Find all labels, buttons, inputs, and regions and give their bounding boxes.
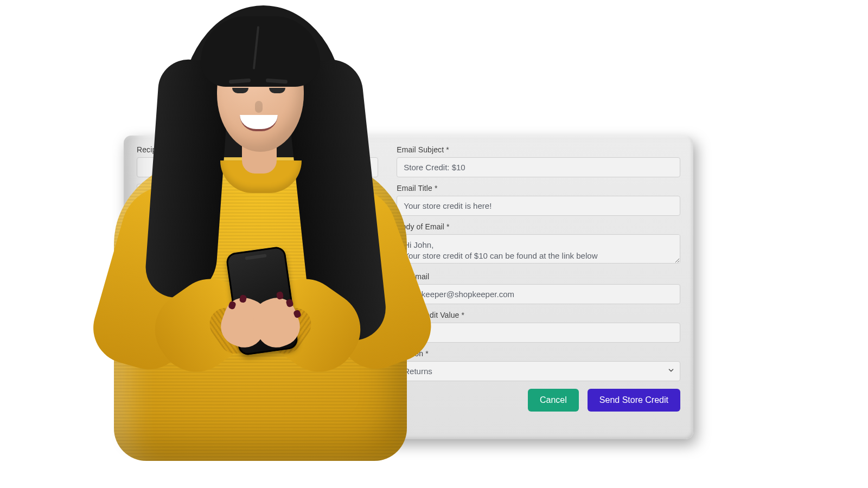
form-actions: Cancel Send Store Credit <box>397 389 680 412</box>
cancel-button[interactable]: Cancel <box>528 389 579 412</box>
store-credit-form-panel: Recipient Name * Email Subject * Email T… <box>124 136 693 439</box>
email-title-field: Email Title * <box>397 184 680 216</box>
form-left-column: Recipient Name * <box>137 145 378 427</box>
store-credit-value-label: Store Credit Value * <box>397 311 680 319</box>
recipient-name-label: Recipient Name * <box>137 145 378 154</box>
obscured-input-1[interactable] <box>137 184 378 204</box>
recipient-name-input[interactable] <box>137 157 378 177</box>
email-body-field: Body of Email * <box>397 222 680 266</box>
email-body-label: Body of Email * <box>397 222 680 231</box>
email-subject-input[interactable] <box>397 157 680 177</box>
store-credit-value-field: Store Credit Value * <box>397 311 680 343</box>
email-title-label: Email Title * <box>397 184 680 192</box>
reason-field: Reason * Returns <box>397 349 680 381</box>
reason-select[interactable]: Returns <box>397 361 680 381</box>
obscured-field-2 <box>137 211 378 232</box>
email-subject-label: Email Subject * <box>397 145 680 154</box>
form-right-column: Email Subject * Email Title * Body of Em… <box>397 145 680 427</box>
email-subject-field: Email Subject * <box>397 145 680 177</box>
email-title-input[interactable] <box>397 196 680 216</box>
obscured-field-1 <box>137 184 378 204</box>
cc-email-input[interactable] <box>397 284 680 304</box>
recipient-name-field: Recipient Name * <box>137 145 378 177</box>
cc-email-label: CC Email <box>397 272 680 281</box>
reason-label: Reason * <box>397 349 680 358</box>
cc-email-field: CC Email <box>397 272 680 304</box>
store-credit-value-input[interactable] <box>397 323 680 343</box>
send-store-credit-button[interactable]: Send Store Credit <box>588 389 680 412</box>
obscured-input-2[interactable] <box>137 211 378 232</box>
email-body-textarea[interactable] <box>397 234 680 264</box>
